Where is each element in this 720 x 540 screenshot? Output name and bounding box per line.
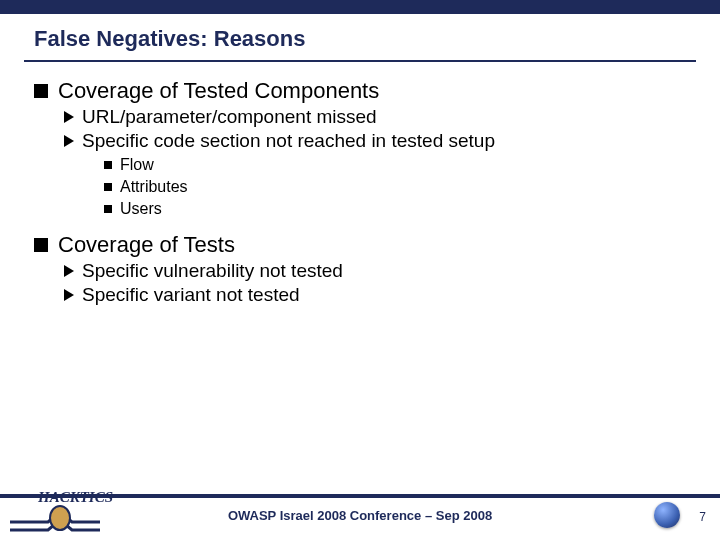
triangle-bullet-icon (64, 111, 74, 123)
bullet-level3: Users (104, 200, 720, 218)
level3-text: Attributes (120, 178, 188, 196)
bullet-level3: Attributes (104, 178, 720, 196)
level2-text: Specific vulnerability not tested (82, 260, 343, 282)
bullet-level2: Specific vulnerability not tested (64, 260, 720, 282)
footer: HACKTICS OWASP Israel 2008 Conference – … (0, 488, 720, 540)
level2-text: Specific code section not reached in tes… (82, 130, 495, 152)
small-square-bullet-icon (104, 183, 112, 191)
content-area: Coverage of Tested Components URL/parame… (0, 78, 720, 306)
triangle-bullet-icon (64, 265, 74, 277)
top-bar (0, 0, 720, 14)
square-bullet-icon (34, 238, 48, 252)
page-number: 7 (699, 510, 706, 524)
level3-text: Flow (120, 156, 154, 174)
slide: False Negatives: Reasons Coverage of Tes… (0, 0, 720, 540)
small-square-bullet-icon (104, 161, 112, 169)
title-underline (24, 60, 696, 62)
conference-label: OWASP Israel 2008 Conference – Sep 2008 (0, 508, 720, 523)
level1-text: Coverage of Tests (58, 232, 235, 258)
small-square-bullet-icon (104, 205, 112, 213)
level3-text: Users (120, 200, 162, 218)
level2-text: URL/parameter/component missed (82, 106, 377, 128)
triangle-bullet-icon (64, 289, 74, 301)
triangle-bullet-icon (64, 135, 74, 147)
bullet-level2: URL/parameter/component missed (64, 106, 720, 128)
bullet-level2: Specific code section not reached in tes… (64, 130, 720, 152)
bullet-level2: Specific variant not tested (64, 284, 720, 306)
slide-title: False Negatives: Reasons (0, 14, 720, 60)
level2-text: Specific variant not tested (82, 284, 300, 306)
globe-icon (654, 502, 680, 528)
logo-text: HACKTICS (37, 489, 113, 505)
level1-text: Coverage of Tested Components (58, 78, 379, 104)
bullet-level3: Flow (104, 156, 720, 174)
square-bullet-icon (34, 84, 48, 98)
bullet-level1: Coverage of Tested Components (34, 78, 720, 104)
bullet-level1: Coverage of Tests (34, 232, 720, 258)
